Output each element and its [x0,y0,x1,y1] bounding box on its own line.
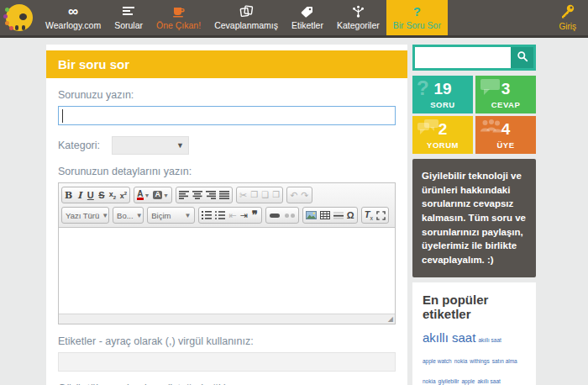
nav-item-label: Öne Çıkan! [156,20,201,30]
users-ghost-icon [480,119,502,138]
stat-tile-soru: ?19SORU [412,76,473,113]
maximize-button[interactable] [375,208,387,222]
sitemap-icon [352,5,365,18]
nav-item-cevaplanmamis[interactable]: Cevaplanmamış [207,0,285,35]
link-button[interactable] [267,208,282,222]
navbar: ∞Wearlogy.comSorularÖne Çıkan!Cevaplanma… [0,0,588,38]
nav-item-wearlogy[interactable]: ∞Wearlogy.com [39,0,108,35]
tag-link[interactable]: akıllı saat [478,336,501,345]
size-dropdown[interactable]: Bo...▼ [113,207,144,224]
text-color-button[interactable]: A▼ [135,188,151,202]
table-button[interactable] [318,208,332,222]
chevron-down-icon: ▼ [176,141,184,150]
align-justify-button[interactable] [218,188,231,202]
cut-button[interactable]: ✂ [238,188,249,202]
copy-button[interactable]: ❐ [249,188,260,202]
editor-content-area[interactable] [59,228,395,314]
editor-bottom-bar: ◢ [59,314,395,324]
stat-label: SORU [430,100,454,109]
tag-link[interactable]: giyilebilir [438,377,459,385]
nav-item-one-cikan[interactable]: Öne Çıkan! [150,0,207,35]
subscript-button[interactable]: x2 [107,188,118,202]
comment-ghost-icon [480,78,501,99]
blockquote-button[interactable]: ❞ [249,208,260,222]
question-title-input[interactable] [58,106,396,125]
indent-button[interactable]: ⇥ [239,208,249,222]
stat-value: 4 [501,121,511,137]
remove-format-button[interactable]: Tx [363,208,375,222]
format-dropdown[interactable]: Biçim▼ [147,207,195,224]
chevron-down-icon: ▼ [136,212,143,219]
tag-cloud: akıllı saatakıllı saatapple watchnokiawi… [423,328,526,385]
login-label: Giriş [559,22,576,31]
search-button[interactable] [511,47,533,68]
align-right-button[interactable] [204,188,218,202]
tag-link[interactable]: withings [470,357,489,366]
strikethrough-button[interactable]: S [96,188,107,202]
numbered-list-button[interactable] [200,208,213,222]
tag-link[interactable]: apple [461,377,475,385]
undo-button[interactable]: ↶ [288,188,299,202]
question-ghost-icon: ? [417,78,429,98]
italic-button[interactable]: I [74,188,85,202]
rich-text-editor: BIUSx2x2A▼A▼✂❐❑❒↶↷Yazı Türü▼Bo...▼Biçim▼… [58,182,396,324]
tags-label: Etiketler - ayraç olarak (,) virgül kull… [58,335,396,347]
stat-label: CEVAP [491,100,521,109]
stat-tile-uye: 4ÜYE [475,116,536,154]
bg-color-button[interactable]: A▼ [151,188,170,202]
nav-item-etiketler[interactable]: Etiketler [285,0,330,35]
tag-link[interactable]: akıllı saat [477,377,500,385]
search-icon [517,50,528,65]
stat-tile-yorum: 2YORUM [412,116,473,154]
sidebar: ?19SORU3CEVAP2YORUM4ÜYE Giyilebilir tekn… [412,45,536,385]
align-left-button[interactable] [177,188,191,202]
list-icon [122,5,135,18]
bullet-list-button[interactable] [213,208,227,222]
nav-item-label: Sorular [114,20,143,30]
nav-item-label: Kategoriler [337,20,380,30]
unlink-button[interactable] [282,208,297,222]
question-title-label: Sorunuzu yazın: [58,89,396,101]
content-area: Bir soru sor Sorunuzu yazın: Kategori: ▼… [46,45,588,385]
stat-tile-cevap: 3CEVAP [475,76,536,113]
tag-link[interactable]: satın alma [492,357,517,366]
login-button[interactable]: Giriş [547,0,588,35]
stat-label: YORUM [427,140,459,150]
superscript-button[interactable]: x2 [118,188,129,202]
nav-item-label: Cevaplanmamış [214,20,278,30]
category-select[interactable]: ▼ [112,136,189,155]
nav-item-label: Bir Soru Sor [393,20,441,30]
horizontal-rule-button[interactable] [332,208,345,222]
outdent-button[interactable]: ⇤ [227,208,238,222]
nav-item-kategoriler[interactable]: Kategoriler [330,0,386,35]
nav-item-label: Etiketler [291,20,323,30]
nav-item-sorular[interactable]: Sorular [108,0,150,35]
font-dropdown[interactable]: Yazı Türü▼ [61,207,109,224]
nav-item-bir-soru-sor[interactable]: ?Bir Soru Sor [386,0,448,35]
paste-word-button[interactable]: ❒ [270,188,281,202]
special-char-button[interactable]: Ω [345,208,356,222]
resize-grip[interactable]: ◢ [388,316,395,323]
logo[interactable] [0,0,39,35]
tag-featured[interactable]: akıllı saat [423,328,475,347]
tag-link[interactable]: nokia [423,377,436,385]
align-center-button[interactable] [191,188,204,202]
category-row: Kategori: ▼ [58,136,396,155]
tags-input[interactable] [58,352,396,372]
tag-link[interactable]: apple watch [423,357,452,366]
underline-button[interactable]: U [85,188,96,202]
question-icon: ? [413,5,421,18]
tag-icon [301,5,313,18]
popular-tags-box: En popüler etiketler akıllı saatakıllı s… [412,282,536,385]
redo-button[interactable]: ↷ [299,188,310,202]
paste-button[interactable]: ❑ [260,188,270,202]
image-button[interactable] [304,208,318,222]
stat-label: ÜYE [496,140,514,150]
stats-grid: ?19SORU3CEVAP2YORUM4ÜYE [412,76,536,154]
search-input[interactable] [415,47,511,68]
ask-question-panel: Bir soru sor Sorunuzu yazın: Kategori: ▼… [46,45,407,385]
nav-items: ∞Wearlogy.comSorularÖne Çıkan!Cevaplanma… [39,0,448,35]
tag-link[interactable]: nokia [454,357,468,366]
key-icon [560,4,575,20]
bold-button[interactable]: B [63,188,74,202]
